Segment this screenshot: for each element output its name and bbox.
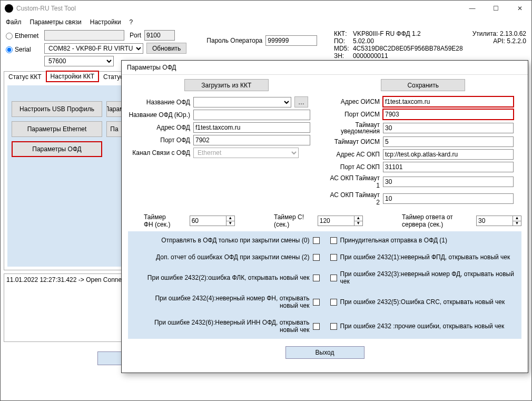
chk-err-2432-6[interactable] <box>313 323 320 330</box>
lbl-notify-timeout: Таймаут уведомления <box>328 122 380 134</box>
menu-file[interactable]: Файл <box>6 18 22 26</box>
tab-settings-kkt[interactable]: Настройки ККТ <box>46 71 99 82</box>
input-port-ofd[interactable] <box>193 135 310 145</box>
maximize-button[interactable]: ☐ <box>484 1 508 16</box>
eth-port-input[interactable] <box>144 30 175 41</box>
baud-select[interactable]: 57600 <box>44 56 114 66</box>
spin-timer-c[interactable]: ▲▼ <box>318 216 363 226</box>
input-asokp-to1[interactable] <box>383 177 514 187</box>
menu-settings[interactable]: Настройки <box>90 18 121 26</box>
lbl-name-ofd-jur: Название ОФД (Юр.) <box>128 112 190 118</box>
spin-timer-fn[interactable]: ▲▼ <box>190 216 235 226</box>
chk-err-2432-5[interactable] <box>330 299 337 306</box>
titlebar: Custom-RU Test Tool — ☐ ✕ <box>1 1 531 16</box>
lbl-addr-ofd: Адрес ОФД <box>128 124 190 131</box>
lbl-timer-fn: Таймер ФН (сек.) <box>144 213 177 228</box>
lbl-asokp-to2: АС ОКП Таймаут 2 <box>328 191 380 206</box>
minimize-button[interactable]: — <box>460 1 484 16</box>
input-addr-oism[interactable] <box>383 96 514 107</box>
com-select[interactable]: COM82 - VKP80-F RU VIRTUAL C <box>44 43 143 54</box>
chk-send-on-close[interactable] <box>313 237 320 244</box>
op-pass-input[interactable] <box>265 35 317 46</box>
close-button[interactable]: ✕ <box>508 1 531 16</box>
input-addr-asokp[interactable] <box>383 149 514 160</box>
lbl-asokp-to1: АС ОКП Таймаут 1 <box>328 174 380 189</box>
chk-err-report[interactable] <box>313 254 320 261</box>
ofd-dialog: Параметры ОФД Загрузить из ККТ Сохранить… <box>121 60 528 373</box>
window-title: Custom-RU Test Tool <box>16 5 76 12</box>
chk-err-2432-1[interactable] <box>330 254 337 261</box>
chk-err-2432-4[interactable] <box>313 299 320 306</box>
log-line: 11.01.2022 12:27:31.422 -> Open Connecti… <box>6 276 135 283</box>
btn-load-from-kkt[interactable]: Загрузить из ККТ <box>184 79 269 91</box>
spin-timer-srv[interactable]: ▲▼ <box>476 216 521 226</box>
version-info: Утилита: 2.13.0.62 API: 5.2.2.0 <box>472 30 526 45</box>
menu-comm[interactable]: Параметры связи <box>30 18 82 26</box>
tab-status-kkt[interactable]: Статус ККТ <box>4 71 46 82</box>
lbl-addr-asokp: Адрес АС ОКП <box>328 151 380 158</box>
btn-save[interactable]: Сохранить <box>381 79 465 91</box>
input-notify-timeout[interactable] <box>383 123 514 133</box>
chk-force-send[interactable] <box>330 237 337 244</box>
btn-params-1[interactable]: Парам <box>106 101 122 117</box>
refresh-button[interactable]: Обновить <box>146 43 186 54</box>
btn-params-2[interactable]: Па <box>106 121 122 137</box>
radio-serial[interactable]: Serial <box>6 44 40 55</box>
chk-err-2432-3[interactable] <box>330 275 337 281</box>
lbl-channel-ofd: Канал Связи с ОФД <box>128 149 190 157</box>
app-icon <box>5 4 13 13</box>
eth-ip-input[interactable] <box>44 30 124 41</box>
menu-help[interactable]: ? <box>130 18 133 26</box>
lbl-oism-timeout: Таймаут ОИСМ <box>328 138 380 145</box>
lbl-port-ofd: Порт ОФД <box>128 136 190 144</box>
select-name-ofd[interactable] <box>193 97 291 107</box>
lbl-addr-oism: Адрес ОИСМ <box>328 98 380 105</box>
radio-ethernet[interactable]: Ethernet <box>6 30 40 42</box>
btn-name-ofd-browse[interactable]: … <box>294 96 308 107</box>
op-pass-label: Пароль Оператора <box>206 37 262 44</box>
lbl-timer-c: Таймер С! (сек.) <box>274 213 305 228</box>
btn-ofd-params[interactable]: Параметры ОФД <box>12 141 102 157</box>
input-name-ofd-jur[interactable] <box>193 110 310 120</box>
lbl-name-ofd: Название ОФД <box>128 99 190 106</box>
lbl-port-oism: Порт ОИСМ <box>328 111 380 118</box>
input-asokp-to2[interactable] <box>383 193 514 204</box>
input-oism-timeout[interactable] <box>383 136 514 147</box>
input-addr-ofd[interactable] <box>193 122 310 133</box>
port-label: Port <box>130 32 141 39</box>
chk-err-2432-other[interactable] <box>330 323 337 330</box>
btn-usb-profile[interactable]: Настроить USB Профиль <box>12 101 102 117</box>
input-port-asokp[interactable] <box>383 162 514 172</box>
chk-err-2432-2[interactable] <box>313 275 320 281</box>
menubar: Файл Параметры связи Настройки ? <box>1 16 531 28</box>
input-port-oism[interactable] <box>383 109 514 120</box>
lbl-timer-srv: Таймер ответа от сервера (сек.) <box>402 213 464 228</box>
dialog-title: Параметры ОФД <box>122 61 528 75</box>
lbl-port-asokp: Порт АС ОКП <box>328 163 380 171</box>
select-channel-ofd: Ethernet <box>193 148 299 158</box>
btn-exit[interactable]: Выход <box>285 346 364 359</box>
btn-ethernet-params[interactable]: Параметры Ethernet <box>12 121 102 137</box>
